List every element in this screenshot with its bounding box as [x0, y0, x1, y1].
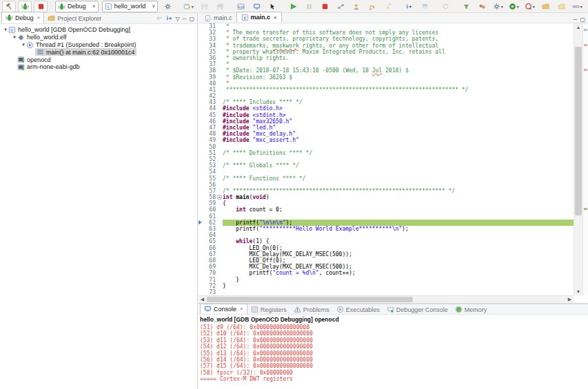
tab-registers[interactable]: Registers — [247, 305, 290, 314]
debug-config-button[interactable]: ▾ — [491, 1, 505, 12]
code-line[interactable]: 52 — [199, 156, 574, 162]
code-text[interactable]: * — [223, 23, 574, 30]
code-line[interactable]: 55/* **** Functions **** */ — [199, 176, 574, 182]
chevron-down-icon[interactable]: ▾ — [192, 4, 194, 9]
open-perspective-button[interactable] — [538, 1, 552, 12]
scroll-down-icon[interactable]: ▼ — [574, 288, 582, 295]
terminate-button[interactable] — [318, 1, 332, 12]
disconnect-button[interactable] — [334, 1, 347, 12]
code-line[interactable]: 42 — [199, 93, 574, 99]
expander-icon[interactable]: ▾ — [12, 34, 17, 40]
tree-item-content[interactable]: Thread #1 (Suspended : Breakpoint) — [26, 41, 136, 49]
code-text[interactable]: #include <stdio.h> — [223, 105, 574, 112]
code-text[interactable] — [223, 182, 574, 188]
chevron-down-icon[interactable]: ▾ — [501, 4, 503, 9]
view-menu-button[interactable]: ▽ — [176, 16, 180, 22]
collapse-icon[interactable] — [217, 195, 222, 200]
tree-item[interactable]: main() at main.c:62 0x100001c4 — [1, 48, 197, 56]
code-line[interactable]: 61 — [199, 213, 574, 220]
build-button[interactable] — [2, 1, 16, 12]
code-line[interactable]: 72} — [199, 283, 574, 289]
code-line[interactable]: 38 * $Date: 2018-07-18 15:43:10 -0500 (W… — [199, 67, 574, 74]
maximize-view-button[interactable]: ▢ — [189, 16, 194, 22]
ruler-mark[interactable] — [584, 29, 587, 31]
fold-marker-icon[interactable] — [217, 194, 223, 200]
tab-problems[interactable]: Problems — [290, 305, 333, 314]
code-text[interactable]: * $Revision: 36263 $ — [223, 74, 574, 81]
tree-item-content[interactable]: hello_world.elf — [17, 34, 67, 41]
chevron-down-icon[interactable]: ▾ — [517, 4, 519, 9]
terminate-launch-button[interactable] — [34, 1, 48, 12]
tree-item[interactable]: ▾Thread #1 (Suspended : Breakpoint) — [1, 41, 197, 49]
code-text[interactable]: * trademarks, maskwork rights, or any ot… — [223, 43, 574, 49]
external-tools-button[interactable]: ▾ — [523, 1, 536, 12]
minimize-view-button[interactable]: ─ — [183, 16, 187, 22]
tab-executables[interactable]: Executables — [333, 305, 383, 314]
code-line[interactable]: 35 * property whatsoever. Maxim Integrat… — [199, 49, 574, 55]
code-text[interactable] — [223, 144, 574, 150]
horizontal-scroll-thumb[interactable] — [207, 297, 413, 302]
target-settings-button[interactable] — [161, 1, 174, 12]
code-line[interactable]: 53/* **** Globals **** */ — [199, 162, 574, 169]
code-line[interactable]: 64 — [199, 232, 574, 238]
vertical-scroll-thumb[interactable] — [575, 47, 582, 215]
code-line[interactable]: 31 * — [199, 23, 574, 30]
code-text[interactable]: printf("**********Hello World Example***… — [223, 226, 574, 232]
code-line[interactable]: 34 * trademarks, maskwork rights, or any… — [199, 43, 574, 49]
code-line[interactable]: 50 — [199, 144, 574, 150]
use-step-filters-button[interactable] — [459, 1, 473, 12]
code-text[interactable]: * ownership rights. — [223, 55, 574, 61]
resume-button[interactable] — [286, 1, 300, 12]
expander-icon[interactable]: ▾ — [3, 27, 8, 32]
code-text[interactable] — [223, 169, 574, 175]
code-line[interactable]: 70 printf("count = %d\n", count++); — [199, 270, 574, 276]
code-line[interactable]: 57/* ***********************************… — [199, 188, 574, 194]
code-text[interactable]: * property whatsoever. Maxim Integrated … — [223, 49, 574, 55]
code-text[interactable]: ****************************************… — [223, 87, 574, 93]
instruction-stepping-button[interactable]: i — [402, 1, 416, 12]
code-text[interactable]: * of trade secrets, proprietary technolo… — [223, 36, 574, 42]
ruler-mark-spelling[interactable] — [584, 44, 587, 46]
step-over-button[interactable] — [365, 1, 379, 12]
code-text[interactable] — [223, 156, 574, 162]
code-text[interactable]: #include "mxc_assert.h" — [223, 137, 574, 143]
code-line[interactable]: 47#include "led.h" — [199, 125, 574, 131]
select-pointer-button[interactable] — [265, 1, 279, 12]
code-line[interactable]: 73 — [199, 289, 574, 295]
code-line[interactable]: 46#include "max32650.h" — [199, 118, 574, 125]
search-button[interactable]: ▾ — [570, 1, 584, 12]
code-text[interactable]: #include "led.h" — [223, 125, 574, 131]
close-icon[interactable]: × — [37, 14, 41, 21]
code-line[interactable]: 58int main(void) — [199, 194, 574, 200]
tab-debugger-console[interactable]: Debugger Console — [383, 305, 452, 314]
step-into-button[interactable] — [349, 1, 363, 12]
console-view-button[interactable] — [250, 1, 263, 12]
code-line[interactable]: 44#include <stdio.h> — [199, 105, 574, 112]
code-text[interactable] — [223, 213, 574, 220]
tree-item[interactable]: openocd — [1, 56, 197, 63]
ruler-mark-spelling[interactable] — [584, 69, 587, 71]
profile-button[interactable] — [475, 1, 489, 12]
code-line[interactable]: 36 * ownership rights. — [199, 55, 574, 61]
code-line[interactable]: 49#include "mxc_assert.h" — [199, 137, 574, 143]
code-line[interactable]: 45#include <stdint.h> — [199, 112, 574, 118]
code-line[interactable]: 66 LED_On(0); — [199, 245, 574, 251]
console-output[interactable]: (51) d9 (/64): 0x0000000000000000(52) d1… — [199, 324, 588, 383]
code-text[interactable]: /* **** Globals **** */ — [223, 162, 574, 169]
code-line[interactable]: 48#include "mxc_delay.h" — [199, 131, 574, 137]
chevron-down-icon[interactable]: ∨ — [152, 3, 155, 9]
chevron-down-icon[interactable]: ∨ — [92, 3, 96, 9]
code-text[interactable]: LED_On(0); — [223, 245, 574, 251]
editor-vertical-scrollbar[interactable]: ▲ ▼ — [574, 23, 582, 295]
code-text[interactable]: * — [223, 61, 574, 67]
tree-item-content[interactable]: openocd — [17, 56, 51, 63]
code-text[interactable]: printf("\n\n\n"); — [223, 220, 574, 226]
code-line[interactable]: 68 LED_Off(0); — [199, 257, 574, 264]
code-line[interactable]: 63 printf("**********Hello World Example… — [199, 226, 574, 232]
code-text[interactable] — [223, 232, 574, 238]
code-line[interactable]: 62 printf("\n\n\n"); — [199, 220, 574, 226]
overview-ruler[interactable] — [582, 23, 588, 295]
code-text[interactable]: printf("count = %d\n", count++); — [223, 270, 574, 276]
tab-main-c-inactive[interactable]: main.c — [200, 13, 236, 23]
target-combo[interactable]: chello_world∨ — [102, 1, 159, 12]
